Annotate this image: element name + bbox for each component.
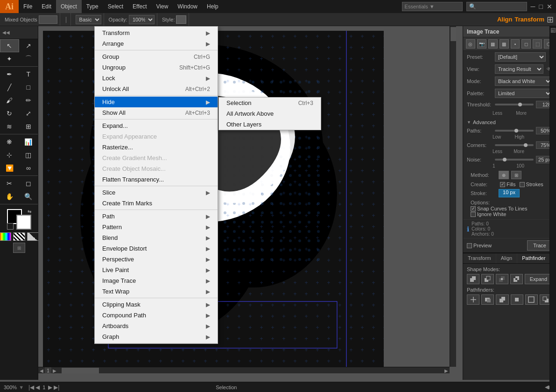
corners-thumb[interactable] bbox=[524, 143, 528, 147]
maximize-btn[interactable]: □ bbox=[539, 3, 543, 10]
stroke-input[interactable]: 10 px bbox=[499, 189, 520, 197]
menu-rasterize[interactable]: Rasterize... bbox=[95, 142, 218, 153]
menu-image-trace[interactable]: Image Trace ▶ bbox=[95, 275, 218, 286]
intersect-btn[interactable] bbox=[496, 274, 508, 284]
menu-pattern[interactable]: Pattern ▶ bbox=[95, 222, 218, 232]
background-color[interactable] bbox=[16, 215, 31, 230]
menu-flatten-transparency[interactable]: Flatten Transparency... bbox=[95, 174, 218, 185]
advanced-header[interactable]: ▼ Advanced bbox=[467, 119, 552, 126]
photo-trace-btn[interactable]: 📷 bbox=[477, 39, 486, 49]
type-tool[interactable]: T bbox=[19, 68, 38, 81]
outline-pf-btn[interactable] bbox=[525, 294, 538, 305]
bw-btn[interactable]: ⬚ bbox=[533, 39, 542, 49]
mesh-tool[interactable]: ⊹ bbox=[0, 148, 19, 161]
unite-btn[interactable] bbox=[467, 274, 479, 284]
palette-select[interactable]: Limited bbox=[495, 89, 552, 98]
menu-transform[interactable]: Transform ▶ bbox=[95, 28, 218, 38]
menu-window[interactable]: Window bbox=[173, 0, 202, 13]
rotate-tool[interactable]: ↻ bbox=[0, 107, 19, 120]
snap-option[interactable]: Snap Curves To Lines bbox=[471, 206, 549, 211]
paths-slider[interactable] bbox=[495, 130, 534, 132]
menu-file[interactable]: File bbox=[19, 0, 37, 13]
search-box[interactable]: 🔍 bbox=[466, 2, 527, 11]
menu-expand[interactable]: Expand... bbox=[95, 120, 218, 131]
pencil-tool[interactable]: ✏ bbox=[19, 94, 38, 107]
menu-path[interactable]: Path ▶ bbox=[95, 211, 218, 222]
menu-arrange[interactable]: Arrange ▶ bbox=[95, 38, 218, 49]
menu-artboards[interactable]: Artboards ▶ bbox=[95, 321, 218, 331]
pen-tool[interactable]: ✒ bbox=[0, 68, 19, 81]
warp-tool[interactable]: ≋ bbox=[0, 120, 19, 133]
menu-lock[interactable]: Lock ▶ bbox=[95, 73, 218, 84]
corners-slider[interactable] bbox=[495, 144, 534, 146]
minus-front-btn[interactable] bbox=[481, 274, 494, 284]
menu-help[interactable]: Help bbox=[202, 0, 223, 13]
crop-btn[interactable] bbox=[511, 294, 523, 305]
trim-btn[interactable] bbox=[481, 294, 494, 305]
opacity-select[interactable]: 100% bbox=[129, 15, 155, 24]
noise-thumb[interactable] bbox=[503, 158, 507, 161]
eyedropper-tool[interactable]: 🔽 bbox=[0, 161, 19, 175]
grayscale-btn[interactable]: ◻ bbox=[521, 39, 531, 49]
menu-object[interactable]: Object bbox=[56, 0, 82, 13]
3color-btn[interactable]: ▦ bbox=[488, 39, 498, 49]
style-select[interactable]: Basic bbox=[76, 15, 101, 24]
symbol-tool[interactable]: ❋ bbox=[0, 135, 19, 148]
screen-mode-btn[interactable]: ⊞ bbox=[13, 243, 25, 253]
ignore-white-option[interactable]: Ignore White bbox=[471, 211, 549, 217]
view-select[interactable]: Tracing Result bbox=[495, 64, 543, 74]
exclude-btn[interactable] bbox=[510, 274, 523, 284]
hide-other-layers[interactable]: Other Layers bbox=[219, 119, 321, 130]
auto-trace-btn[interactable]: ◎ bbox=[466, 39, 475, 49]
menu-perspective[interactable]: Perspective ▶ bbox=[95, 254, 218, 265]
divide-btn[interactable] bbox=[467, 294, 479, 305]
tab-pathfinder[interactable]: Pathfinder bbox=[517, 253, 550, 263]
selection-tool[interactable]: ↖ bbox=[0, 39, 19, 52]
arrange-icon[interactable]: ⊞ bbox=[547, 14, 554, 25]
direct-selection-tool[interactable]: ↗ bbox=[19, 39, 38, 52]
menu-compound-path[interactable]: Compound Path ▶ bbox=[95, 310, 218, 321]
swap-colors-btn[interactable]: ⇆ bbox=[28, 209, 31, 214]
panel-collapse-left[interactable]: ◀◀ bbox=[2, 30, 10, 35]
menu-hide[interactable]: Hide ▶ bbox=[95, 97, 218, 107]
default-colors-btn[interactable] bbox=[7, 223, 14, 230]
scissors-tool[interactable]: ✂ bbox=[0, 177, 19, 190]
zoom-tool[interactable]: 🔍 bbox=[19, 190, 38, 203]
menu-group[interactable]: Group Ctrl+G bbox=[95, 51, 218, 62]
threshold-slider[interactable] bbox=[495, 104, 534, 105]
gradient-swatch[interactable] bbox=[13, 232, 25, 241]
scale-tool[interactable]: ⤢ bbox=[19, 107, 38, 120]
page-next-btn[interactable]: ▶ bbox=[48, 384, 52, 391]
panel-header[interactable]: Image Trace ≡ bbox=[463, 26, 556, 37]
hide-all-above[interactable]: All Artwork Above bbox=[219, 108, 321, 119]
scrollbar-thumb-h[interactable] bbox=[62, 368, 99, 373]
mode-select[interactable]: Black and White bbox=[495, 77, 552, 86]
gradient-tool[interactable]: ◫ bbox=[19, 148, 38, 161]
method-btn-1[interactable]: ⊕ bbox=[499, 171, 509, 179]
menu-select[interactable]: Select bbox=[103, 0, 128, 13]
menu-unlock-all[interactable]: Unlock All Alt+Ctrl+2 bbox=[95, 84, 218, 94]
fills-checkbox[interactable]: Fills bbox=[500, 182, 516, 187]
preset-select[interactable]: [Default] bbox=[495, 52, 546, 62]
threshold-thumb[interactable] bbox=[518, 103, 522, 106]
scrollbar-thumb-v[interactable] bbox=[450, 27, 456, 41]
page-prev-btn[interactable]: ◀ bbox=[35, 384, 40, 391]
page-first-btn[interactable]: |◀ bbox=[28, 384, 34, 391]
tab-align[interactable]: Align bbox=[496, 253, 517, 263]
hide-selection[interactable]: Selection Ctrl+3 bbox=[219, 98, 321, 108]
6color-btn[interactable]: ▩ bbox=[500, 39, 509, 49]
preview-checkbox[interactable]: Preview bbox=[467, 243, 492, 248]
tab-transform[interactable]: Transform bbox=[463, 253, 496, 263]
trace-button[interactable]: Trace bbox=[527, 240, 552, 251]
scroll-right-btn[interactable]: ▶ bbox=[51, 367, 58, 373]
menu-text-wrap[interactable]: Text Wrap ▶ bbox=[95, 286, 218, 297]
none-swatch[interactable] bbox=[27, 232, 39, 241]
menu-blend[interactable]: Blend ▶ bbox=[95, 232, 218, 243]
page-last-btn[interactable]: ▶| bbox=[54, 384, 59, 391]
magic-wand-tool[interactable]: ✦ bbox=[0, 52, 19, 65]
align-btn[interactable]: Align bbox=[497, 16, 513, 23]
strokes-checkbox[interactable]: Strokes bbox=[520, 182, 543, 187]
horizontal-scrollbar[interactable]: ◀ 1 ▶ ▶ bbox=[38, 367, 450, 373]
menu-clipping-mask[interactable]: Clipping Mask ▶ bbox=[95, 299, 218, 310]
16color-btn[interactable]: ▪ bbox=[511, 39, 520, 49]
